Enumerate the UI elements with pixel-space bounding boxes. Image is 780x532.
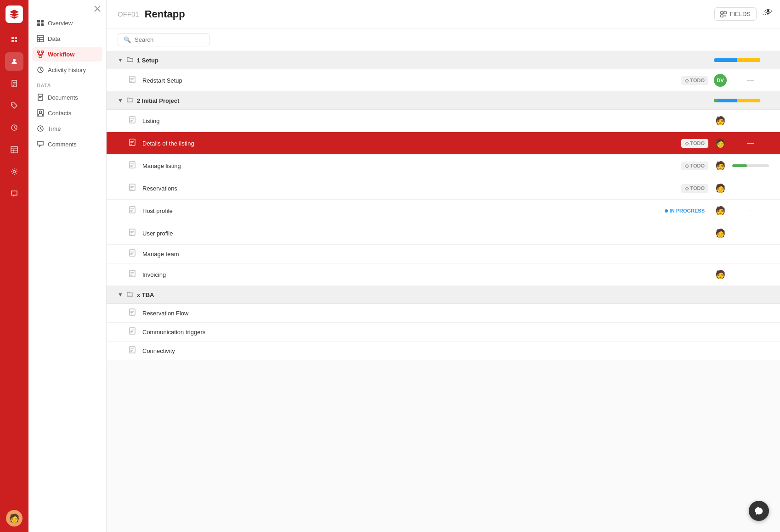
task-meta: ◇ TODODV— [608,74,769,87]
task-assignee: 🧑 [714,182,727,195]
task-doc-icon [129,270,138,279]
task-status-badge: IN PROGRESS [661,207,708,215]
section-header-setup[interactable]: ▼1 Setup [107,51,780,69]
task-doc-icon [129,161,138,170]
task-row-manage-team[interactable]: Manage team [107,245,780,263]
folder-icon [127,291,133,299]
eye-icon-corner[interactable]: 👁 [764,7,773,17]
svg-rect-61 [130,184,135,190]
fields-button[interactable]: FIELDS [714,7,757,21]
svg-point-38 [40,111,42,113]
sidebar-item-overview[interactable]: Overview [32,16,102,30]
task-doc-icon [129,346,138,355]
nav-icon-home[interactable] [5,30,23,49]
search-icon: 🔍 [124,36,131,43]
sidebar-item-documents[interactable]: Documents [32,90,102,105]
task-doc-icon [129,327,138,336]
task-name-label: Connectivity [142,347,608,354]
task-name-label: Communication triggers [142,329,608,336]
svg-rect-65 [130,207,135,213]
section-progress-bar [714,99,769,102]
nav-icon-document[interactable] [5,74,23,93]
task-meta: 🧑 [608,268,769,281]
svg-rect-73 [130,250,135,256]
section-header-initial-project[interactable]: ▼2 Initial Project [107,92,780,110]
section-title: 1 Setup [137,57,158,64]
task-doc-icon [129,308,138,318]
svg-rect-69 [130,229,135,235]
task-assignee: 🧑 [714,227,727,240]
sidebar-item-comments[interactable]: Comments [32,137,102,151]
nav-icon-tag[interactable] [5,96,23,115]
sidebar: Overview Data Workflow Activity history … [28,0,107,532]
page-title: Rentapp [145,8,709,20]
svg-rect-40 [721,11,723,13]
chat-bubble[interactable] [749,501,769,521]
svg-rect-45 [130,76,135,83]
nav-icon-settings[interactable] [5,162,23,181]
folder-icon [127,56,133,64]
task-row-listing[interactable]: Listing🧑 [107,110,780,132]
task-assignee: 🧑 [714,137,727,150]
task-doc-icon [129,184,138,193]
app-logo[interactable] [6,6,23,23]
svg-point-9 [12,104,13,105]
task-progress-container [732,164,769,167]
task-assignee: 🧑 [714,268,727,281]
svg-rect-53 [130,139,135,146]
task-doc-icon [129,249,138,258]
section-title: 2 Initial Project [137,97,179,104]
sidebar-item-data[interactable]: Data [32,31,102,46]
sidebar-item-time[interactable]: Time [32,121,102,136]
task-row-details-listing[interactable]: Details of the listing◇ TODO🧑— [107,132,780,155]
svg-rect-19 [41,20,44,22]
task-row-connectivity[interactable]: Connectivity [107,342,780,360]
task-name-label: Reservations [142,185,608,192]
task-name-label: Details of the listing [142,140,608,147]
chevron-icon: ▼ [118,97,123,104]
folder-icon [127,96,133,105]
task-meta: ◇ TODO🧑 [608,159,769,172]
svg-rect-77 [130,270,135,277]
task-row-manage-listing[interactable]: Manage listing◇ TODO🧑 [107,155,780,177]
task-row-host-profile[interactable]: Host profile IN PROGRESS🧑— [107,200,780,222]
nav-icon-clock[interactable] [5,118,23,137]
sidebar-close-btn[interactable] [28,6,106,16]
task-meta: 🧑 [608,114,769,127]
task-status-badge: ◇ TODO [681,76,708,85]
task-row-communication-triggers[interactable]: Communication triggers [107,323,780,342]
sidebar-item-contacts[interactable]: Contacts [32,106,102,120]
task-row-reservation-flow[interactable]: Reservation Flow [107,304,780,323]
main-content: OFF01 Rentapp FIELDS ··· 🔍 ▼1 SetupRedst… [107,0,780,532]
section-header-tba[interactable]: ▼x TBA [107,286,780,304]
search-input[interactable] [135,36,203,43]
task-progress-bar [732,164,769,167]
task-row-reservations[interactable]: Reservations◇ TODO🧑 [107,177,780,200]
task-doc-icon [129,116,138,125]
svg-rect-28 [39,56,42,57]
task-assignee: 🧑 [714,114,727,127]
task-row-redstart-setup[interactable]: Redstart Setup◇ TODODV— [107,69,780,92]
svg-rect-27 [41,51,44,53]
task-doc-icon [129,139,138,148]
task-doc-icon [129,76,138,85]
chevron-icon: ▼ [118,291,123,298]
nav-icon-person[interactable] [5,52,23,71]
svg-rect-49 [130,117,135,123]
svg-rect-57 [130,162,135,168]
task-row-invoicing[interactable]: Invoicing🧑 [107,263,780,286]
svg-rect-18 [37,20,40,22]
svg-rect-1 [15,37,17,39]
task-name-label: Listing [142,118,608,124]
user-avatar-icon[interactable]: 🧑 [6,510,23,526]
sidebar-item-workflow[interactable]: Workflow [32,47,102,62]
task-assignee: 🧑 [714,204,727,217]
task-row-user-profile[interactable]: User profile🧑 [107,222,780,245]
nav-icon-table[interactable] [5,140,23,159]
task-meta: IN PROGRESS🧑— [608,204,769,217]
nav-icon-chat[interactable] [5,185,23,203]
dash-icon: — [747,76,754,84]
sidebar-item-activity[interactable]: Activity history [32,62,102,77]
dash-icon: — [747,139,754,147]
search-box[interactable]: 🔍 [118,33,209,46]
